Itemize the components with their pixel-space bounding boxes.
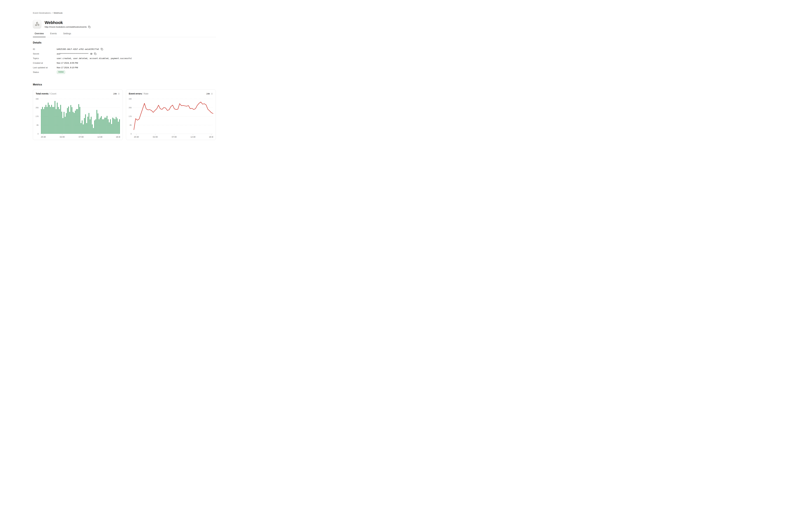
tab-bar: OverviewEventsSettings (33, 32, 216, 37)
detail-value: Nov 17 2024, 8:05 PM (57, 62, 78, 64)
detail-value: asd************************ (57, 53, 89, 55)
details-section: Details IDb4925365-b8cf-42b7-a762-aa1a53… (33, 41, 216, 74)
x-tick-label: 07:00 (79, 136, 84, 138)
x-tick-label: 19:30 (209, 136, 213, 138)
copy-url-button[interactable] (88, 26, 91, 28)
chart-subtitle: / Rate (142, 92, 148, 95)
chart-title: Total events / Count (36, 92, 56, 95)
x-tick-label: 20:30 (41, 136, 46, 138)
webhook-icon-tile (33, 20, 41, 28)
line-series (134, 102, 213, 130)
tab-events[interactable]: Events (49, 32, 59, 37)
detail-value: b4925365-b8cf-42b7-a762-aa1a539177a5 (57, 48, 99, 50)
chart-title-main: Total events (36, 92, 49, 95)
chart-title: Event errors / Rate (129, 92, 149, 95)
event-errors-line-chart: 08517025534020:3002:0007:0012:3019:30 (129, 97, 213, 138)
page-header: Webhook http://mock.hookdeck.com/webhook… (33, 20, 216, 28)
metric-card-total-events: Total events / Count24h08517025534020:30… (33, 90, 123, 140)
detail-label: ID (33, 48, 57, 50)
row-actions (101, 48, 103, 50)
x-tick-label: 07:00 (172, 136, 177, 138)
detail-label: Topics (33, 57, 57, 59)
breadcrumb-separator: / (52, 12, 53, 14)
details-heading: Details (33, 41, 216, 44)
copy-button[interactable] (94, 53, 96, 55)
y-tick-label: 340 (129, 98, 132, 100)
y-tick-label: 170 (36, 115, 39, 117)
detail-value: Nov 17 2024, 9:10 PM (57, 66, 78, 69)
copy-icon (101, 48, 103, 50)
y-tick-label: 85 (130, 124, 132, 126)
status-badge: Active (57, 70, 65, 74)
x-tick-label: 19:30 (116, 136, 120, 138)
chart-subtitle: / Count (49, 92, 56, 95)
tab-settings[interactable]: Settings (61, 32, 73, 37)
header-text: Webhook http://mock.hookdeck.com/webhook… (45, 20, 91, 28)
x-tick-label: 20:30 (134, 136, 139, 138)
x-tick-label: 12:30 (191, 136, 195, 138)
detail-value: user.created, user.deleted, account.disa… (57, 57, 132, 59)
chevrons-up-down-icon (211, 93, 213, 95)
x-tick-label: 02:00 (153, 136, 158, 138)
webhook-icon (35, 22, 39, 26)
webhook-url: http://mock.hookdeck.com/webhooks/events (45, 26, 87, 28)
detail-row-id: IDb4925365-b8cf-42b7-a762-aa1a539177a5 (33, 47, 216, 52)
time-range-value: 24h (113, 93, 117, 95)
metrics-section: Metrics Total events / Count24h085170255… (33, 83, 216, 140)
detail-row-status: StatusActive (33, 70, 216, 74)
breadcrumb-parent[interactable]: Event Destinations (33, 12, 51, 14)
time-range-select[interactable]: 24h (206, 93, 213, 95)
breadcrumb: Event Destinations / Webhook (33, 0, 216, 14)
metrics-cards: Total events / Count24h08517025534020:30… (33, 90, 216, 140)
tab-overview[interactable]: Overview (33, 32, 45, 37)
copy-icon (94, 53, 96, 55)
breadcrumb-current: Webhook (54, 12, 62, 14)
page-content: Event Destinations / Webhook Webhook htt… (33, 0, 216, 140)
copy-button[interactable] (101, 48, 103, 50)
time-range-value: 24h (206, 93, 210, 95)
copy-icon (88, 26, 91, 28)
total-events-bar-chart: 08517025534020:3002:0007:0012:3019:30 (36, 97, 120, 138)
row-actions (90, 53, 96, 55)
eye-button[interactable] (90, 53, 93, 55)
y-tick-label: 0 (38, 133, 39, 135)
x-tick-label: 12:30 (97, 136, 102, 138)
card-header: Total events / Count24h (36, 92, 120, 95)
y-tick-label: 255 (129, 107, 132, 109)
x-tick-label: 02:00 (60, 136, 64, 138)
bar-series (41, 101, 120, 134)
y-tick-label: 170 (129, 115, 132, 117)
webhook-url-row: http://mock.hookdeck.com/webhooks/events (45, 26, 91, 28)
detail-row-topics: Topicsuser.created, user.deleted, accoun… (33, 56, 216, 61)
y-tick-label: 85 (37, 124, 39, 126)
chart-title-main: Event errors (129, 92, 142, 95)
detail-label: Created at (33, 62, 57, 64)
chevrons-up-down-icon (118, 93, 120, 95)
webhook-icon (35, 22, 39, 27)
detail-row-secret: Secretasd************************ (33, 52, 216, 56)
detail-row-last-updated-at: Last updated atNov 17 2024, 9:10 PM (33, 65, 216, 70)
page-title: Webhook (45, 20, 91, 25)
detail-label: Secret (33, 53, 57, 55)
detail-label: Status (33, 71, 57, 73)
card-header: Event errors / Rate24h (129, 92, 213, 95)
details-rows: IDb4925365-b8cf-42b7-a762-aa1a539177a5Se… (33, 47, 216, 74)
y-tick-label: 0 (131, 133, 132, 135)
eye-icon (90, 53, 93, 55)
detail-row-created-at: Created atNov 17 2024, 8:05 PM (33, 61, 216, 65)
y-tick-label: 340 (36, 98, 39, 100)
time-range-select[interactable]: 24h (113, 93, 120, 95)
metric-card-event-errors: Event errors / Rate24h08517025534020:300… (126, 90, 216, 140)
detail-label: Last updated at (33, 66, 57, 69)
y-tick-label: 255 (36, 107, 39, 109)
metrics-heading: Metrics (33, 83, 216, 86)
